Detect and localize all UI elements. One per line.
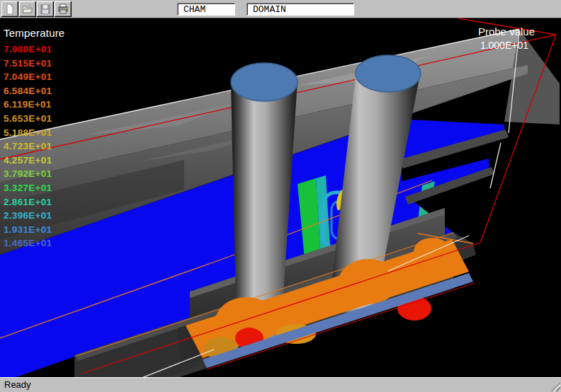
resize-grip-icon[interactable] <box>551 382 560 391</box>
status-bar: Ready <box>0 377 561 392</box>
left-cylinder-cap <box>231 63 298 101</box>
right-cylinder-cap <box>356 55 421 92</box>
status-text: Ready <box>4 379 31 390</box>
toolbar <box>0 0 561 18</box>
open-folder-icon <box>22 4 33 15</box>
cham-field[interactable] <box>177 3 235 16</box>
open-button[interactable] <box>19 1 36 17</box>
save-icon <box>40 4 51 15</box>
cfd-scene-canvas <box>0 18 561 377</box>
viewport-3d[interactable]: Temperature 7.980E+017.515E+017.049E+016… <box>0 18 561 377</box>
domain-field[interactable] <box>246 3 354 16</box>
application-window: { "toolbar": { "buttons": [ {"name": "ne… <box>0 0 561 392</box>
save-button[interactable] <box>37 1 54 17</box>
print-button[interactable] <box>55 1 72 17</box>
print-icon <box>57 4 69 15</box>
new-button[interactable] <box>1 1 18 17</box>
new-document-icon <box>4 4 16 15</box>
